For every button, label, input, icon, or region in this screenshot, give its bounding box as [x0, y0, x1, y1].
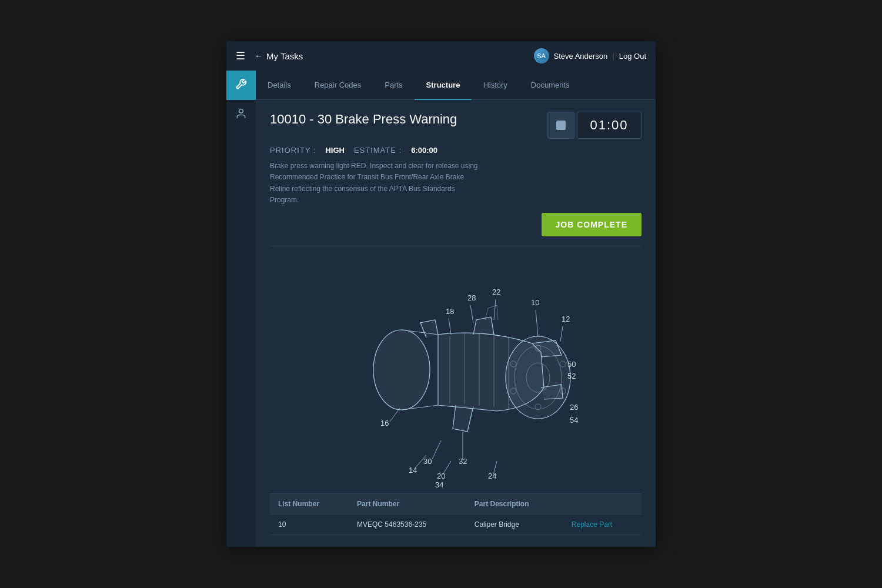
- diagram-area: .bp { fill: none; stroke: #a8c8e0; strok…: [270, 246, 642, 493]
- parts-table-section: List Number Part Number Part Description…: [270, 493, 642, 535]
- pipe-separator: |: [612, 52, 614, 61]
- sidebar-item-tools[interactable]: [226, 71, 256, 100]
- stop-button[interactable]: [547, 112, 574, 139]
- svg-text:22: 22: [492, 288, 500, 296]
- back-arrow-icon[interactable]: ←: [255, 51, 263, 61]
- parts-table: List Number Part Number Part Description…: [270, 494, 642, 535]
- brake-assembly-diagram: .bp { fill: none; stroke: #a8c8e0; strok…: [309, 252, 603, 487]
- wrench-icon: [235, 78, 247, 93]
- cell-description: Caliper Bridge: [466, 514, 563, 534]
- svg-text:54: 54: [570, 416, 578, 425]
- job-complete-row: JOB COMPLETE: [270, 213, 642, 236]
- svg-text:20: 20: [437, 472, 445, 480]
- cell-part-number: MVEQC 5463536-235: [349, 514, 466, 534]
- svg-line-21: [494, 299, 496, 320]
- col-part-number: Part Number: [349, 494, 466, 514]
- svg-line-19: [470, 305, 473, 323]
- estimate-value: 6:00:00: [411, 146, 437, 155]
- priority-row: PRIORITY : HIGH ESTIMATE : 6:00:00: [270, 146, 642, 155]
- col-part-description: Part Description: [466, 494, 563, 514]
- hamburger-icon[interactable]: ☰: [236, 49, 245, 62]
- estimate-label: ESTIMATE :: [354, 146, 402, 155]
- job-complete-button[interactable]: JOB COMPLETE: [542, 213, 642, 236]
- tab-details[interactable]: Details: [256, 71, 303, 100]
- svg-text:34: 34: [435, 480, 443, 487]
- svg-line-29: [390, 408, 400, 422]
- svg-text:26: 26: [570, 403, 578, 412]
- user-icon: [235, 108, 247, 122]
- tab-structure[interactable]: Structure: [415, 71, 472, 100]
- cell-list-number: 10: [270, 514, 349, 534]
- job-description: Brake press warning light RED. Inspect a…: [270, 161, 482, 206]
- stop-icon: [556, 121, 566, 130]
- user-name: Steve Anderson: [554, 52, 608, 61]
- svg-text:28: 28: [467, 293, 476, 302]
- sidebar: [226, 71, 256, 547]
- svg-text:10: 10: [531, 298, 539, 307]
- table-header-row: List Number Part Number Part Description: [270, 494, 642, 514]
- main-layout: Details Repair Codes Parts Structure His…: [226, 71, 656, 547]
- sidebar-item-user[interactable]: [226, 100, 256, 129]
- svg-text:18: 18: [446, 307, 454, 316]
- svg-line-23: [449, 318, 451, 335]
- svg-line-35: [432, 440, 441, 459]
- svg-text:50: 50: [567, 360, 576, 369]
- tab-documents[interactable]: Documents: [519, 71, 582, 100]
- timer-display: 01:00: [577, 112, 642, 139]
- col-list-number: List Number: [270, 494, 349, 514]
- svg-point-4: [506, 336, 570, 419]
- svg-line-25: [536, 310, 538, 336]
- user-section: SA Steve Anderson | Log Out: [534, 48, 646, 64]
- main-content: 10010 - 30 Brake Press Warning 01:00 PRI…: [256, 100, 656, 547]
- table-row: 10 MVEQC 5463536-235 Caliper Bridge Repl…: [270, 514, 642, 534]
- svg-text:52: 52: [567, 372, 576, 380]
- col-action: [563, 494, 642, 514]
- tab-parts[interactable]: Parts: [373, 71, 414, 100]
- svg-point-0: [239, 109, 243, 113]
- svg-text:24: 24: [488, 472, 496, 480]
- page-title: My Tasks: [266, 51, 534, 61]
- svg-point-1: [373, 330, 430, 410]
- priority-label: PRIORITY :: [270, 146, 316, 155]
- tab-navigation: Details Repair Codes Parts Structure His…: [256, 71, 656, 100]
- priority-value: HIGH: [325, 146, 345, 155]
- job-title: 10010 - 30 Brake Press Warning: [270, 112, 547, 127]
- timer-section: 01:00: [547, 112, 642, 139]
- avatar: SA: [534, 48, 549, 64]
- tab-history[interactable]: History: [472, 71, 519, 100]
- replace-part-link[interactable]: Replace Part: [572, 520, 612, 529]
- svg-line-39: [443, 461, 451, 475]
- svg-line-27: [560, 326, 563, 342]
- app-container: ☰ ← My Tasks SA Steve Anderson | Log Out: [226, 41, 656, 547]
- svg-text:16: 16: [380, 419, 389, 427]
- top-bar: ☰ ← My Tasks SA Steve Anderson | Log Out: [226, 41, 656, 71]
- svg-text:30: 30: [423, 457, 432, 466]
- logout-button[interactable]: Log Out: [619, 52, 646, 61]
- job-header: 10010 - 30 Brake Press Warning 01:00: [270, 112, 642, 139]
- svg-text:12: 12: [562, 315, 570, 323]
- tab-repair-codes[interactable]: Repair Codes: [303, 71, 373, 100]
- content-area: Details Repair Codes Parts Structure His…: [256, 71, 656, 547]
